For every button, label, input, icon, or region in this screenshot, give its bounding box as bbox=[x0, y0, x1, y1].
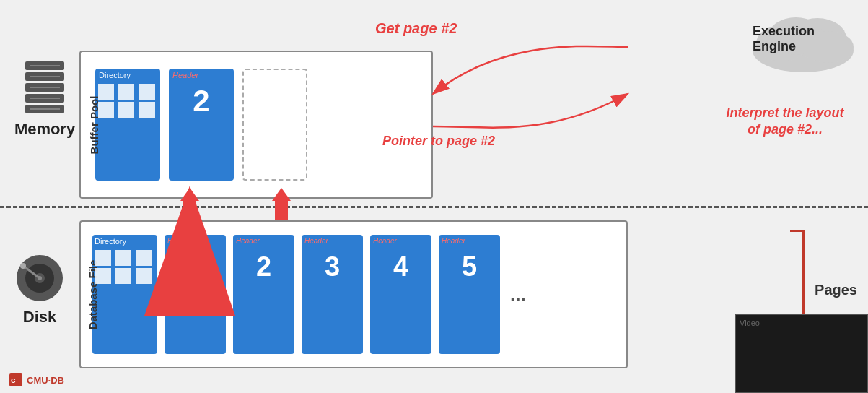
db-page2-number: 2 bbox=[256, 251, 271, 282]
get-page-label: Get page #2 bbox=[375, 20, 457, 37]
pointer-arrow bbox=[433, 94, 628, 128]
db-page1-number: 1 bbox=[188, 251, 203, 282]
db-page1-card: Header 1 bbox=[165, 235, 226, 354]
dbf-grid-cell-1 bbox=[95, 250, 111, 266]
disk-label: Disk bbox=[23, 308, 56, 327]
db-page1-header: Header bbox=[165, 235, 194, 246]
execution-engine-area: Execution Engine bbox=[745, 11, 861, 79]
db-page3-header: Header bbox=[302, 235, 331, 246]
db-page2-header: Header bbox=[233, 235, 263, 246]
db-page3-card: Header 3 bbox=[302, 235, 363, 354]
memory-disk-separator bbox=[0, 206, 868, 208]
db-page3-number: 3 bbox=[325, 251, 340, 282]
buffer-pool-directory-card: Directory bbox=[95, 69, 160, 181]
dbf-grid-cell-5 bbox=[115, 268, 131, 284]
bp-directory-grid bbox=[95, 81, 160, 121]
dbf-grid-cell-3 bbox=[136, 250, 152, 266]
bp-page2-header: Header bbox=[169, 69, 202, 80]
database-file-pages: Directory Header 1 Header 2 Header 3 bbox=[81, 222, 626, 367]
dbf-directory-label: Directory bbox=[92, 235, 128, 247]
video-thumbnail: Video bbox=[735, 314, 868, 393]
more-pages-dots: ... bbox=[510, 283, 526, 306]
dbf-directory-grid bbox=[92, 247, 157, 287]
db-page4-number: 4 bbox=[393, 251, 408, 282]
execution-engine-label: Execution Engine bbox=[753, 24, 815, 54]
db-page4-card: Header 4 bbox=[370, 235, 431, 354]
memory-icon bbox=[19, 58, 70, 116]
buffer-pool-empty-slot bbox=[242, 69, 307, 181]
db-page4-header: Header bbox=[370, 235, 400, 246]
cmu-logo-icon: C bbox=[9, 373, 23, 387]
disk-section: Disk bbox=[14, 253, 65, 327]
grid-cell-2 bbox=[118, 84, 134, 100]
dbf-grid-cell-6 bbox=[136, 268, 152, 284]
db-page5-card: Header 5 bbox=[439, 235, 500, 354]
grid-cell-6 bbox=[139, 102, 155, 118]
buffer-pool-pages: Directory Header 2 bbox=[81, 52, 431, 197]
buffer-pool-container: Buffer Pool Directory Header 2 bbox=[79, 51, 433, 199]
disk-icon bbox=[14, 253, 65, 303]
interpret-label: Interpret the layout of page #2... bbox=[720, 105, 850, 139]
cmu-db-logo: C CMU·DB bbox=[9, 373, 64, 387]
pointer-to-page-label: Pointer to page #2 bbox=[382, 134, 495, 149]
svg-point-15 bbox=[20, 263, 26, 269]
db-directory-card: Directory bbox=[92, 235, 157, 354]
db-page2-card: Header 2 bbox=[233, 235, 294, 354]
grid-cell-1 bbox=[98, 84, 114, 100]
memory-section: Memory bbox=[14, 58, 75, 139]
grid-cell-5 bbox=[118, 102, 134, 118]
dbf-grid-cell-4 bbox=[95, 268, 111, 284]
svg-text:C: C bbox=[11, 377, 16, 384]
bp-page2-number: 2 bbox=[193, 84, 209, 118]
grid-cell-4 bbox=[98, 102, 114, 118]
memory-label: Memory bbox=[14, 120, 75, 139]
grid-cell-3 bbox=[139, 84, 155, 100]
get-page-arrow bbox=[433, 46, 628, 94]
db-page5-header: Header bbox=[439, 235, 468, 246]
db-page5-number: 5 bbox=[462, 251, 477, 282]
dbf-grid-cell-2 bbox=[115, 250, 131, 266]
bp-directory-label: Directory bbox=[95, 69, 134, 81]
database-file-container: Database File Directory Header 1 Header … bbox=[79, 220, 628, 368]
pages-label: Pages bbox=[815, 282, 857, 298]
buffer-pool-page2-card: Header 2 bbox=[169, 69, 234, 181]
